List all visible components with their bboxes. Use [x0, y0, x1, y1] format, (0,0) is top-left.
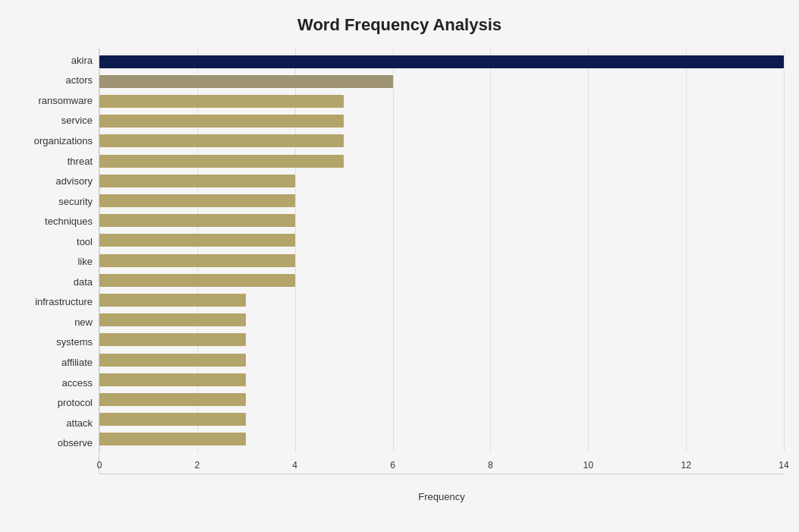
- y-label: threat: [15, 156, 93, 166]
- bar: [99, 194, 295, 207]
- x-axis-labels: 02468101214: [99, 452, 784, 474]
- bar-row: [99, 171, 784, 190]
- bar: [99, 214, 295, 227]
- y-label: ransomware: [15, 96, 93, 105]
- x-tick-label: 6: [390, 460, 395, 471]
- y-label: data: [15, 277, 93, 287]
- chart-container: Word Frequency Analysis akiraactorsranso…: [0, 0, 799, 532]
- x-tick-label: 2: [195, 460, 200, 471]
- bar-row: [99, 131, 784, 151]
- bar-row: [99, 430, 784, 449]
- bar: [99, 55, 784, 68]
- bar: [99, 175, 295, 187]
- y-label: advisory: [15, 176, 93, 186]
- bar: [99, 95, 344, 108]
- chart-title: Word Frequency Analysis: [15, 15, 784, 35]
- bar-row: [99, 270, 784, 290]
- y-label: security: [15, 197, 93, 206]
- chart-area: akiraactorsransomwareserviceorganization…: [15, 49, 784, 474]
- bar: [99, 155, 344, 168]
- bar-row: [99, 190, 784, 210]
- y-label: attack: [15, 418, 93, 428]
- bar: [99, 413, 246, 426]
- bar: [99, 373, 246, 386]
- y-label: affiliate: [15, 357, 93, 367]
- y-label: service: [15, 115, 93, 125]
- x-tick-label: 4: [292, 460, 297, 471]
- bar-row: [99, 389, 784, 409]
- y-label: new: [15, 317, 93, 327]
- bar: [99, 354, 246, 367]
- y-label: akira: [15, 55, 93, 65]
- bar-row: [99, 52, 784, 71]
- y-label: actors: [15, 75, 93, 85]
- y-axis: akiraactorsransomwareserviceorganization…: [15, 49, 99, 474]
- bar: [99, 75, 393, 88]
- bar-row: [99, 151, 784, 171]
- bar-row: [99, 231, 784, 250]
- y-label: tool: [15, 237, 93, 247]
- plot-area: 02468101214 Frequency: [99, 49, 784, 474]
- bar-row: [99, 410, 784, 430]
- x-tick-label: 0: [97, 460, 102, 471]
- y-label: observe: [15, 438, 93, 448]
- bar-row: [99, 91, 784, 111]
- bar-row: [99, 290, 784, 310]
- bar-row: [99, 112, 784, 131]
- x-axis-title: Frequency: [418, 491, 464, 502]
- bar-row: [99, 370, 784, 389]
- y-label: infrastructure: [15, 297, 93, 307]
- y-label: like: [15, 257, 93, 266]
- bar: [99, 234, 295, 247]
- x-tick-label: 14: [779, 460, 788, 471]
- bar-row: [99, 310, 784, 330]
- bar-row: [99, 250, 784, 270]
- bar: [99, 115, 344, 127]
- x-tick-label: 10: [584, 460, 593, 471]
- bars-container: [99, 49, 784, 452]
- bar: [99, 433, 246, 445]
- bar: [99, 294, 246, 307]
- bar: [99, 134, 344, 147]
- bar: [99, 333, 246, 346]
- y-label: organizations: [15, 136, 93, 146]
- x-tick-label: 12: [681, 460, 690, 471]
- bar: [99, 313, 246, 326]
- bar: [99, 254, 295, 267]
- y-label: techniques: [15, 216, 93, 226]
- y-label: systems: [15, 337, 93, 347]
- y-label: access: [15, 378, 93, 388]
- bar: [99, 274, 295, 287]
- bar: [99, 393, 246, 406]
- bar-row: [99, 330, 784, 350]
- bar-row: [99, 350, 784, 370]
- y-label: protocol: [15, 398, 93, 408]
- bar-row: [99, 211, 784, 231]
- grid-line: [784, 49, 785, 452]
- x-tick-label: 8: [488, 460, 493, 471]
- bar-row: [99, 71, 784, 91]
